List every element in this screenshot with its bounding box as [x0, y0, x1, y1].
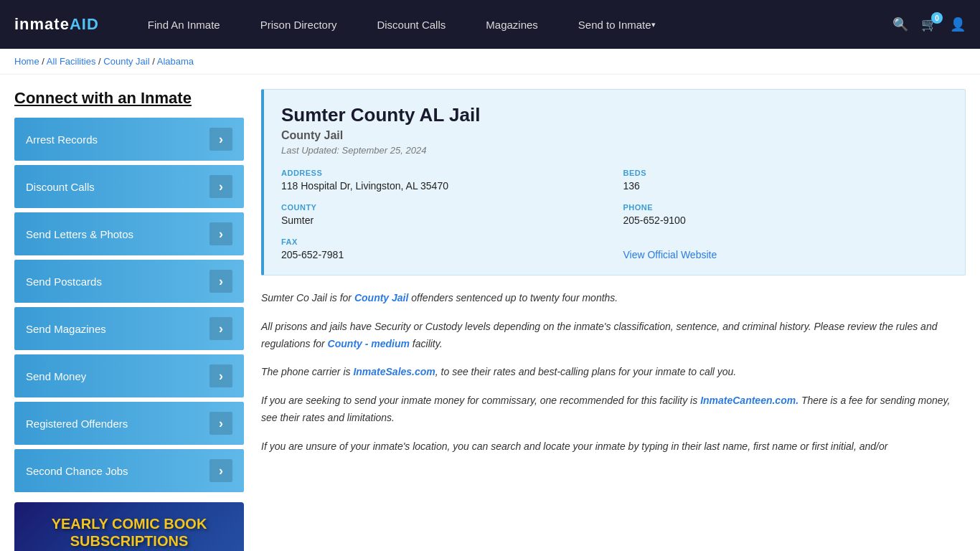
sidebar-send-money-arrow: ›	[209, 364, 232, 387]
phone-value: 205-652-9100	[623, 215, 948, 226]
desc-p1: Sumter Co Jail is for County Jail offend…	[261, 290, 966, 307]
facility-name: Sumter County AL Jail	[281, 104, 948, 126]
sidebar-send-letters-label: Send Letters & Photos	[26, 228, 133, 240]
nav-find-inmate[interactable]: Find An Inmate	[128, 0, 240, 49]
facility-beds-block: BEDS 136	[623, 169, 948, 192]
sidebar: Connect with an Inmate Arrest Records › …	[14, 89, 244, 551]
desc-p5: If you are unsure of your inmate's locat…	[261, 438, 966, 456]
cart-badge: 0	[931, 12, 943, 24]
breadcrumb-all-facilities[interactable]: All Facilities	[47, 56, 96, 67]
facility-fax-block: FAX 205-652-7981	[281, 237, 606, 260]
header-icons: 🔍 🛒 0 👤	[892, 17, 966, 32]
facility-details: ADDRESS 118 Hospital Dr, Livingston, AL …	[281, 169, 948, 260]
sidebar-send-magazines[interactable]: Send Magazines ›	[14, 307, 244, 350]
facility-type: County Jail	[281, 129, 948, 142]
breadcrumb-alabama[interactable]: Alabama	[157, 56, 194, 67]
county-label: COUNTY	[281, 203, 606, 212]
facility-county-block: COUNTY Sumter	[281, 203, 606, 226]
sidebar-arrest-records-label: Arrest Records	[26, 133, 98, 146]
breadcrumb: Home / All Facilities / County Jail / Al…	[0, 49, 980, 75]
website-spacer-label	[623, 237, 948, 246]
sidebar-registered-offenders-label: Registered Offenders	[26, 418, 128, 430]
ad-title-line1: YEARLY COMIC BOOK	[52, 515, 207, 532]
sidebar-send-magazines-label: Send Magazines	[26, 323, 106, 335]
cart-icon[interactable]: 🛒 0	[921, 17, 937, 32]
sidebar-send-letters-arrow: ›	[209, 222, 232, 245]
main-nav: Find An Inmate Prison Directory Discount…	[128, 0, 892, 49]
search-icon[interactable]: 🔍	[892, 17, 908, 32]
desc-p1-post: offenders sentenced up to twenty four mo…	[408, 292, 618, 303]
sidebar-title: Connect with an Inmate	[14, 89, 244, 108]
sidebar-arrest-records-arrow: ›	[209, 128, 232, 151]
sidebar-registered-offenders[interactable]: Registered Offenders ›	[14, 402, 244, 445]
facility-card: Sumter County AL Jail County Jail Last U…	[261, 89, 966, 276]
facility-address-block: ADDRESS 118 Hospital Dr, Livingston, AL …	[281, 169, 606, 192]
logo-text: inmateAID	[14, 15, 99, 34]
desc-p3-pre: The phone carrier is	[261, 366, 353, 377]
desc-inmate-sales-link[interactable]: InmateSales.com	[353, 366, 435, 377]
facility-last-updated: Last Updated: September 25, 2024	[281, 145, 948, 156]
sidebar-second-chance-jobs-arrow: ›	[209, 459, 232, 482]
site-header: inmateAID Find An Inmate Prison Director…	[0, 0, 980, 49]
ad-banner[interactable]: YEARLY COMIC BOOK SUBSCRIPTIONS STARTING…	[14, 502, 244, 551]
facility-website-block: View Official Website	[623, 237, 948, 260]
fax-value: 205-652-7981	[281, 249, 606, 260]
nav-send-to-inmate[interactable]: Send to Inmate	[558, 0, 676, 49]
nav-discount-calls[interactable]: Discount Calls	[357, 0, 466, 49]
ad-title-line2: SUBSCRIPTIONS	[70, 532, 188, 550]
nav-magazines[interactable]: Magazines	[466, 0, 558, 49]
view-official-website-link[interactable]: View Official Website	[623, 249, 717, 260]
sidebar-send-postcards-label: Send Postcards	[26, 276, 102, 288]
desc-p4: If you are seeking to send your inmate m…	[261, 392, 966, 427]
nav-prison-directory[interactable]: Prison Directory	[240, 0, 357, 49]
user-icon[interactable]: 👤	[950, 17, 966, 32]
beds-value: 136	[623, 180, 948, 192]
sidebar-send-money-label: Send Money	[26, 370, 86, 382]
sidebar-send-letters[interactable]: Send Letters & Photos ›	[14, 212, 244, 255]
desc-inmate-canteen-link[interactable]: InmateCanteen.com.	[700, 395, 798, 406]
breadcrumb-county-jail[interactable]: County Jail	[103, 56, 149, 67]
desc-p2-post: facility.	[410, 338, 443, 349]
desc-p4-pre: If you are seeking to send your inmate m…	[261, 395, 700, 406]
sidebar-send-money[interactable]: Send Money ›	[14, 354, 244, 397]
main-layout: Connect with an Inmate Arrest Records › …	[0, 75, 980, 551]
phone-label: PHONE	[623, 203, 948, 212]
desc-county-medium-link[interactable]: County - medium	[328, 338, 410, 349]
sidebar-registered-offenders-arrow: ›	[209, 412, 232, 435]
desc-p2: All prisons and jails have Security or C…	[261, 319, 966, 353]
breadcrumb-home[interactable]: Home	[14, 56, 39, 67]
address-label: ADDRESS	[281, 169, 606, 177]
desc-p1-pre: Sumter Co Jail is for	[261, 292, 354, 303]
beds-label: BEDS	[623, 169, 948, 177]
sidebar-discount-calls-label: Discount Calls	[26, 181, 95, 193]
sidebar-second-chance-jobs[interactable]: Second Chance Jobs ›	[14, 449, 244, 492]
main-content: Sumter County AL Jail County Jail Last U…	[261, 89, 966, 551]
sidebar-discount-calls-arrow: ›	[209, 175, 232, 198]
fax-label: FAX	[281, 237, 606, 246]
sidebar-discount-calls[interactable]: Discount Calls ›	[14, 165, 244, 208]
address-value: 118 Hospital Dr, Livingston, AL 35470	[281, 180, 606, 192]
desc-county-jail-link[interactable]: County Jail	[354, 292, 408, 303]
desc-p3: The phone carrier is InmateSales.com, to…	[261, 364, 966, 381]
logo[interactable]: inmateAID	[14, 15, 99, 34]
sidebar-arrest-records[interactable]: Arrest Records ›	[14, 118, 244, 161]
desc-p3-post: , to see their rates and best-calling pl…	[435, 366, 736, 377]
sidebar-send-postcards[interactable]: Send Postcards ›	[14, 260, 244, 303]
county-value: Sumter	[281, 215, 606, 226]
facility-phone-block: PHONE 205-652-9100	[623, 203, 948, 226]
sidebar-second-chance-jobs-label: Second Chance Jobs	[26, 465, 128, 477]
sidebar-send-magazines-arrow: ›	[209, 317, 232, 340]
facility-description: Sumter Co Jail is for County Jail offend…	[261, 290, 966, 456]
sidebar-send-postcards-arrow: ›	[209, 270, 232, 293]
